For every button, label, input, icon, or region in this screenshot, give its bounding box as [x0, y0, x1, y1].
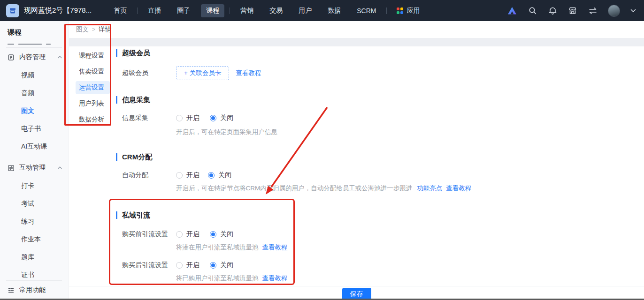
breadcrumb: 图文 > 详情 — [69, 21, 644, 38]
main-card: 课程设置 售卖设置 运营设置 用户列表 数据分析 超级会员 超级会员 + 关联会… — [69, 46, 644, 286]
top-nav: 首页 直播 圈子 课程 营销 交易 用户 数据 SCRM 应用 — [106, 4, 427, 17]
radio-auto-assign-on[interactable]: 开启 — [176, 171, 199, 180]
field-label-post-purchase: 购买后引流设置 — [122, 261, 176, 270]
page-background-gap — [69, 38, 644, 46]
submenu-item-user-list[interactable]: 用户列表 — [76, 97, 110, 110]
sidebar-item-question-bank[interactable]: 题库 — [0, 248, 69, 266]
breadcrumb-separator: > — [92, 26, 95, 33]
view-tutorial-link[interactable]: 查看教程 — [446, 184, 471, 193]
helper-post-purchase-text: 将已购用户引流至私域流量池 — [176, 274, 259, 283]
nav-divider — [137, 8, 138, 14]
radio-checked-icon[interactable] — [210, 262, 216, 269]
sidebar-item-article[interactable]: 图文 — [0, 102, 69, 120]
section-title-private-traffic: 私域引流 — [116, 211, 644, 219]
radio-unchecked-icon[interactable] — [176, 231, 183, 238]
radio-unchecked-icon[interactable] — [176, 262, 183, 269]
topbar: 现网蓝悦2号【7978... 首页 直播 圈子 课程 营销 交易 用户 数据 S… — [0, 0, 644, 21]
sidebar-item-common-functions[interactable]: 常用功能 — [0, 281, 69, 295]
sidebar-bottom: 常用功能 — [0, 278, 69, 300]
submenu-item-course-settings[interactable]: 课程设置 — [76, 49, 110, 62]
radio-info-collect-off[interactable]: 关闭 — [210, 114, 233, 122]
radio-post-purchase-on[interactable]: 开启 — [176, 261, 199, 270]
section-title-crm: CRM分配 — [116, 153, 644, 161]
sidebar-item-checkin[interactable]: 打卡 — [0, 177, 69, 195]
sidebar-group-content-management[interactable]: 内容管理 — [0, 48, 69, 67]
field-label-info-collect: 信息采集 — [122, 114, 176, 122]
helper-pre-purchase: 将潜在用户引流至私域流量池 查看教程 — [176, 243, 644, 252]
nav-tab-trade[interactable]: 交易 — [264, 4, 288, 17]
list-icon — [8, 287, 15, 294]
swap-icon[interactable] — [588, 6, 598, 16]
feature-highlight-link[interactable]: 功能亮点 — [417, 184, 442, 193]
triangle-a-logo-icon[interactable] — [507, 6, 517, 16]
radio-checked-icon[interactable] — [208, 172, 215, 179]
chevron-up-icon — [58, 166, 62, 169]
sidebar-item-exam[interactable]: 考试 — [0, 195, 69, 213]
sidebar-item-ai-course[interactable]: AI互动课 — [0, 138, 69, 156]
section-title-info-collect: 信息采集 — [116, 96, 644, 104]
sidebar-group-label: 互动管理 — [19, 164, 46, 172]
nav-divider — [386, 8, 387, 14]
search-icon[interactable] — [527, 6, 537, 16]
sidebar-title: 课程 — [0, 21, 69, 41]
topbar-icons — [507, 5, 636, 17]
submenu-item-operation-settings[interactable]: 运营设置 — [76, 81, 110, 94]
nav-tab-scrm[interactable]: SCRM — [352, 5, 381, 17]
store-name[interactable]: 现网蓝悦2号【7978... — [24, 6, 92, 15]
sidebar: 课程 内容管理 视频 音频 图文 电子书 AI互动课 互动管理 — [0, 21, 69, 300]
radio-unchecked-icon[interactable] — [176, 172, 183, 179]
nav-tab-course[interactable]: 课程 — [201, 4, 224, 17]
sidebar-item-video[interactable]: 视频 — [0, 67, 69, 84]
storefront-glyph — [9, 7, 16, 15]
interaction-icon — [8, 165, 15, 172]
store-icon[interactable] — [567, 6, 578, 16]
radio-post-purchase-off[interactable]: 关闭 — [210, 261, 233, 270]
nav-tab-users[interactable]: 用户 — [293, 4, 317, 17]
sidebar-item-workbook[interactable]: 作业本 — [0, 231, 69, 248]
form-footer: 保存 — [69, 286, 644, 300]
chevron-up-icon — [58, 56, 62, 59]
chevron-down-icon[interactable] — [630, 6, 636, 16]
view-tutorial-link[interactable]: 查看教程 — [262, 274, 288, 283]
radio-checked-icon[interactable] — [210, 231, 216, 238]
nav-tab-marketing[interactable]: 营销 — [235, 4, 259, 17]
sidebar-item-ebook[interactable]: 电子书 — [0, 120, 69, 138]
submenu-item-data-analysis[interactable]: 数据分析 — [76, 113, 110, 126]
radio-pre-purchase-off[interactable]: 关闭 — [210, 230, 233, 239]
nav-tab-circle[interactable]: 圈子 — [172, 4, 195, 17]
view-tutorial-link[interactable]: 查看教程 — [262, 243, 288, 252]
submenu-item-sale-settings[interactable]: 售卖设置 — [76, 65, 110, 78]
helper-crm: 开启后，可在特定节点将CRM内无归属的用户，自动分配给员工或公海池进一步跟进 功… — [176, 184, 644, 193]
radio-pre-purchase-on[interactable]: 开启 — [176, 230, 199, 239]
nav-tab-live[interactable]: 直播 — [143, 4, 166, 17]
sidebar-item-audio[interactable]: 音频 — [0, 84, 69, 102]
sidebar-item-practice[interactable]: 练习 — [0, 213, 69, 231]
associate-member-card-button[interactable]: + 关联会员卡 — [176, 66, 229, 80]
helper-crm-text: 开启后，可在特定节点将CRM内无归属的用户，自动分配给员工或公海池进一步跟进 — [176, 184, 412, 193]
breadcrumb-current: 详情 — [99, 25, 111, 34]
helper-info-collect: 开启后，可在特定页面采集用户信息 — [176, 128, 644, 136]
avatar[interactable] — [608, 5, 620, 17]
breadcrumb-parent[interactable]: 图文 — [76, 25, 89, 34]
field-label-pre-purchase: 购买前引流设置 — [122, 230, 176, 239]
document-icon — [8, 54, 15, 61]
nav-apps-label: 应用 — [406, 7, 420, 15]
field-label-auto-assign: 自动分配 — [122, 171, 176, 180]
radio-auto-assign-off[interactable]: 关闭 — [208, 171, 231, 180]
shop-logo-icon[interactable] — [6, 4, 19, 17]
radio-unchecked-icon[interactable] — [176, 115, 183, 121]
radio-info-collect-on[interactable]: 开启 — [176, 114, 199, 122]
radio-checked-icon[interactable] — [210, 115, 216, 121]
helper-post-purchase: 将已购用户引流至私域流量池 查看教程 — [176, 274, 644, 283]
sidebar-item-label: 常用功能 — [19, 286, 46, 294]
sidebar-group-interaction-management[interactable]: 互动管理 — [0, 158, 69, 177]
field-label-super-member: 超级会员 — [122, 69, 176, 77]
nav-tab-apps[interactable]: 应用 — [392, 4, 424, 17]
nav-tab-data[interactable]: 数据 — [322, 4, 346, 17]
nav-divider — [230, 8, 230, 14]
helper-pre-purchase-text: 将潜在用户引流至私域流量池 — [176, 243, 259, 252]
view-tutorial-link[interactable]: 查看教程 — [236, 69, 261, 77]
clipped-menu-item — [0, 41, 69, 45]
nav-tab-home[interactable]: 首页 — [108, 4, 132, 17]
bell-icon[interactable] — [547, 6, 558, 16]
